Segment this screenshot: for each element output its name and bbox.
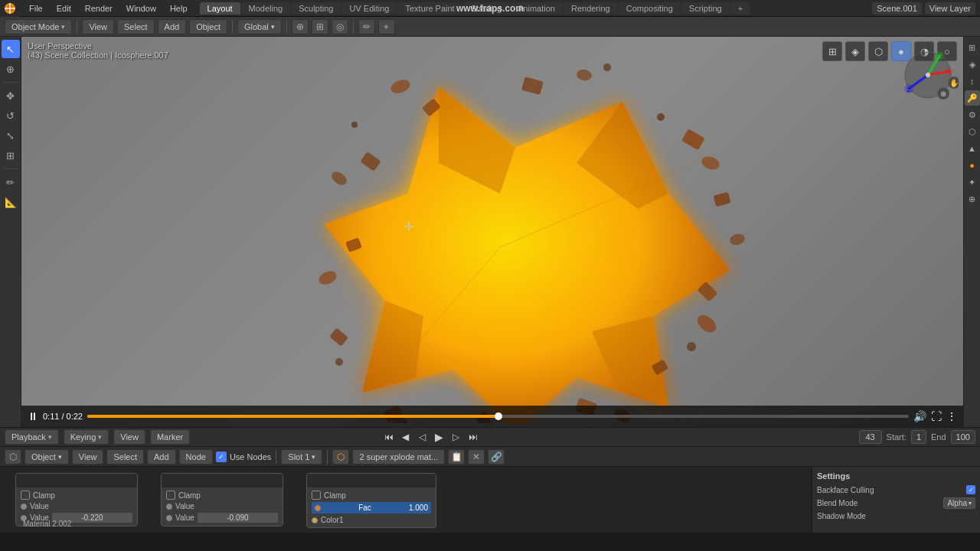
- svg-point-25: [389, 77, 412, 96]
- cursor-tool[interactable]: ⊕: [2, 60, 20, 78]
- properties-render-icon[interactable]: ◈: [965, 57, 980, 72]
- node-add-btn[interactable]: Add: [147, 449, 176, 465]
- tab-rendering[interactable]: Rendering: [564, 2, 618, 15]
- annotate-tool[interactable]: ✏: [2, 173, 20, 191]
- transform-pivot-icon[interactable]: ⊕: [292, 19, 309, 34]
- node-object-btn[interactable]: Object: [24, 449, 69, 465]
- svg-rect-12: [329, 328, 348, 346]
- properties-object-data-icon[interactable]: ▲: [965, 141, 980, 156]
- properties-object-icon[interactable]: ⊞: [965, 40, 980, 55]
- pause-button[interactable]: ⏸: [28, 410, 38, 422]
- properties-output-icon[interactable]: ↕: [965, 73, 980, 89]
- top-menu-bar: File Edit Render Window Help Layout Mode…: [0, 0, 980, 17]
- properties-world-icon[interactable]: ⬡: [965, 124, 980, 139]
- viewport-gizmo[interactable]: X Y Z ⊕ ✋: [897, 44, 959, 106]
- video-right-controls: 🔊 ⛶ ⋮: [913, 410, 957, 422]
- properties-scene-icon[interactable]: ⚙: [965, 107, 980, 122]
- marker-menu[interactable]: Marker: [150, 429, 190, 445]
- node-view-btn[interactable]: View: [72, 449, 104, 465]
- play-btn[interactable]: ▶: [432, 429, 447, 445]
- fullscreen-button[interactable]: ⛶: [931, 410, 942, 422]
- start-frame[interactable]: 1: [911, 430, 926, 444]
- select-tool[interactable]: ↖: [2, 40, 20, 58]
- viewport-grid-icon[interactable]: ⊞: [822, 41, 842, 61]
- transform-tool[interactable]: ⊞: [2, 146, 20, 165]
- annotations-icon[interactable]: ✏: [358, 19, 375, 34]
- clamp-checkbox-1[interactable]: [21, 491, 30, 500]
- more-button[interactable]: ⋮: [946, 410, 957, 422]
- use-nodes-toggle[interactable]: ✓ Use Nodes: [216, 452, 271, 462]
- menu-render[interactable]: Render: [79, 2, 119, 15]
- properties-material-icon[interactable]: ●: [965, 158, 980, 173]
- menu-file[interactable]: File: [23, 2, 49, 15]
- node-card-3: Clamp Fac 1.000 Color1: [306, 473, 436, 528]
- jump-start-btn[interactable]: ⏮: [381, 429, 397, 445]
- playback-menu[interactable]: Playback: [5, 429, 59, 445]
- blend-mode-selector[interactable]: Alpha: [943, 497, 975, 509]
- object-btn[interactable]: Object: [189, 19, 227, 34]
- node-sphere-icon[interactable]: ⬡: [332, 449, 349, 465]
- select-btn[interactable]: Select: [117, 19, 155, 34]
- toolbar-sep3: [286, 20, 287, 34]
- use-nodes-checkbox[interactable]: ✓: [216, 452, 227, 462]
- tab-modeling[interactable]: Modeling: [241, 2, 291, 15]
- current-frame[interactable]: 43: [859, 430, 882, 444]
- node-editor-bar: ⬡ Object View Select Add Node ✓ Use Node…: [0, 447, 980, 467]
- properties-view-icon[interactable]: 🔑: [965, 90, 980, 106]
- value-field-2b[interactable]: -0.090: [198, 513, 278, 523]
- play-reverse-btn[interactable]: ◁: [415, 429, 430, 445]
- tab-scripting[interactable]: Scripting: [681, 2, 730, 15]
- viewport-xray-icon[interactable]: ⬡: [868, 41, 888, 61]
- end-frame[interactable]: 100: [951, 430, 975, 444]
- socket-fac: [315, 505, 321, 511]
- menu-edit[interactable]: Edit: [51, 2, 77, 15]
- global-selector[interactable]: Global: [237, 19, 282, 34]
- object-mode-selector[interactable]: Object Mode: [5, 19, 72, 34]
- tab-layout[interactable]: Layout: [200, 2, 240, 15]
- move-tool[interactable]: ✥: [2, 86, 20, 105]
- svg-point-32: [603, 64, 611, 71]
- grid-icon[interactable]: ⌖: [378, 19, 395, 34]
- video-progress-thumb[interactable]: [495, 412, 502, 420]
- node-node-btn[interactable]: Node: [179, 449, 213, 465]
- material-link-icon[interactable]: 🔗: [488, 449, 505, 465]
- clamp-checkbox-3[interactable]: [312, 491, 321, 500]
- properties-particles-icon[interactable]: ✦: [965, 174, 980, 190]
- material-copy-icon[interactable]: 📋: [448, 449, 465, 465]
- scale-tool[interactable]: ⤡: [2, 126, 20, 145]
- keying-menu[interactable]: Keying: [64, 429, 109, 445]
- view-timeline-menu[interactable]: View: [113, 429, 145, 445]
- menu-window[interactable]: Window: [120, 2, 162, 15]
- next-frame-btn[interactable]: ▷: [449, 429, 464, 445]
- menu-help[interactable]: Help: [164, 2, 194, 15]
- node-editor-type-icon[interactable]: ⬡: [5, 449, 21, 465]
- node-select-btn[interactable]: Select: [106, 449, 144, 465]
- tab-compositing[interactable]: Compositing: [619, 2, 681, 15]
- tab-add[interactable]: +: [730, 2, 750, 15]
- snap-icon[interactable]: ⊞: [312, 19, 328, 34]
- volume-button[interactable]: 🔊: [913, 410, 926, 422]
- tab-uv-editing[interactable]: UV Editing: [341, 2, 397, 15]
- node-editor-area[interactable]: Clamp Value Value -0.220 Clamp Value: [0, 467, 980, 533]
- 3d-viewport[interactable]: User Perspective (43) Scene Collection |…: [21, 37, 963, 427]
- properties-physics-icon[interactable]: ⊕: [965, 191, 980, 207]
- video-progress-bar[interactable]: [87, 415, 909, 418]
- material-selector[interactable]: 2 super xplode mat...: [352, 449, 445, 465]
- node-clamp-row-3: Clamp: [312, 491, 431, 500]
- jump-end-btn[interactable]: ⏭: [466, 429, 481, 445]
- viewport-overlay-icon[interactable]: ◈: [845, 41, 865, 61]
- svg-rect-5: [681, 129, 705, 150]
- material-close-icon[interactable]: ✕: [468, 449, 485, 465]
- tab-texture-paint[interactable]: Texture Paint: [397, 2, 462, 15]
- prev-frame-btn[interactable]: ◀: [398, 429, 413, 445]
- backface-culling-toggle[interactable]: ✓: [966, 485, 975, 494]
- measure-tool[interactable]: 📐: [2, 193, 20, 211]
- rotate-tool[interactable]: ↺: [2, 106, 20, 125]
- add-btn[interactable]: Add: [158, 19, 187, 34]
- tab-sculpting[interactable]: Sculpting: [291, 2, 341, 15]
- slot-selector[interactable]: Slot 1: [281, 449, 322, 465]
- clamp-checkbox-2[interactable]: [166, 491, 175, 500]
- view-btn[interactable]: View: [82, 19, 114, 34]
- proportional-edit-icon[interactable]: ◎: [332, 19, 348, 34]
- fac-value[interactable]: 1.000: [409, 504, 428, 512]
